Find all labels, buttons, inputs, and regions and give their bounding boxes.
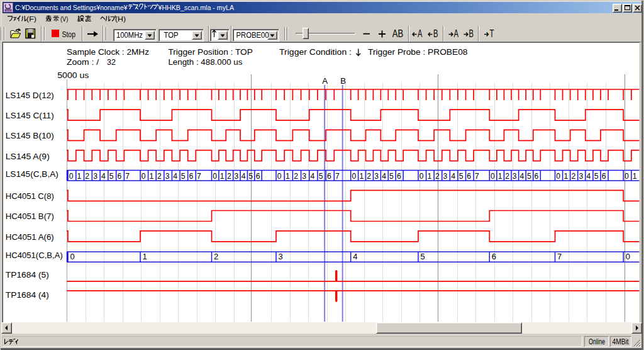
svg-text:7: 7: [125, 172, 130, 181]
svg-text:0: 0: [69, 172, 74, 181]
svg-text:Zoom : /: Zoom : /: [67, 57, 99, 67]
svg-text:AB: AB: [392, 28, 404, 39]
svg-text:(H): (H): [115, 14, 126, 23]
svg-text:2: 2: [294, 172, 298, 181]
svg-text:1: 1: [77, 172, 82, 181]
svg-text:5: 5: [594, 172, 599, 181]
svg-text:7: 7: [335, 172, 340, 181]
svg-text:3: 3: [279, 252, 283, 261]
svg-text:4: 4: [382, 172, 386, 181]
svg-text:0: 0: [625, 172, 629, 181]
svg-text:2: 2: [505, 172, 509, 181]
svg-text:0: 0: [626, 252, 630, 261]
svg-text:0: 0: [70, 252, 75, 261]
svg-text:2: 2: [214, 252, 218, 261]
svg-text:HC4051 C(8): HC4051 C(8): [6, 191, 54, 201]
svg-text:¥HHKB_scan.mla - myLA: ¥HHKB_scan.mla - myLA: [158, 3, 235, 11]
svg-text:TOP: TOP: [164, 31, 179, 40]
svg-text:4MBit: 4MBit: [613, 337, 629, 346]
svg-text:3: 3: [165, 172, 170, 181]
svg-text:4: 4: [173, 172, 177, 181]
svg-text:5: 5: [459, 172, 464, 181]
svg-text:6: 6: [535, 172, 539, 181]
svg-text:2: 2: [157, 172, 162, 181]
svg-text:6: 6: [602, 172, 606, 181]
svg-text:5: 5: [248, 172, 253, 181]
svg-text:1: 1: [143, 252, 147, 261]
svg-text:2: 2: [85, 172, 89, 181]
svg-text:0: 0: [491, 172, 495, 181]
svg-text:2: 2: [227, 172, 231, 181]
svg-text:0: 0: [419, 172, 424, 181]
svg-text:0: 0: [556, 172, 560, 181]
svg-text:0: 0: [277, 172, 282, 181]
svg-text:3: 3: [234, 172, 238, 181]
svg-text:7: 7: [197, 172, 201, 181]
svg-text:4: 4: [451, 172, 455, 181]
svg-text:1: 1: [633, 172, 637, 181]
svg-text:A: A: [322, 76, 328, 86]
svg-text:HC4051 B(7): HC4051 B(7): [6, 212, 54, 221]
svg-text:4: 4: [101, 172, 106, 181]
svg-text:Sample Clock : 2MHz: Sample Clock : 2MHz: [67, 47, 149, 57]
svg-text:0: 0: [213, 172, 217, 181]
svg-text:(V): (V): [60, 14, 69, 23]
svg-text:HC4051 A(6): HC4051 A(6): [6, 232, 54, 242]
svg-text:5: 5: [527, 172, 531, 181]
svg-text:A: A: [418, 28, 423, 39]
svg-text:Trigger Position : TOP: Trigger Position : TOP: [168, 47, 253, 57]
svg-text:4: 4: [311, 172, 315, 181]
svg-text:4: 4: [242, 172, 246, 181]
svg-text:T: T: [490, 28, 494, 39]
svg-text:1: 1: [427, 172, 431, 181]
svg-text:TP1684 (5): TP1684 (5): [6, 270, 49, 279]
svg-text:(F): (F): [26, 14, 36, 23]
svg-text:Stop: Stop: [62, 30, 76, 39]
svg-text:6: 6: [397, 172, 401, 181]
svg-text:32: 32: [107, 57, 116, 67]
svg-text:LS145 C(11): LS145 C(11): [6, 111, 54, 120]
svg-text:3: 3: [93, 172, 97, 181]
svg-text:LS145 A(9): LS145 A(9): [6, 152, 50, 161]
svg-text:C:¥Documents and Settings¥nona: C:¥Documents and Settings¥noname¥: [15, 3, 128, 11]
svg-text:5: 5: [421, 252, 425, 261]
svg-text:1: 1: [359, 172, 364, 181]
svg-text:Length : 488.000 us: Length : 488.000 us: [168, 57, 242, 67]
svg-text:6: 6: [492, 252, 496, 261]
svg-text:LS145 B(10): LS145 B(10): [6, 131, 54, 140]
svg-text:HC4051(C,B,A): HC4051(C,B,A): [6, 251, 63, 260]
svg-text:Trigger Probe : PROBE08: Trigger Probe : PROBE08: [368, 47, 468, 57]
svg-text:1: 1: [149, 172, 153, 181]
svg-text:3: 3: [443, 172, 448, 181]
svg-text:3: 3: [513, 172, 517, 181]
svg-text:3: 3: [302, 172, 306, 181]
svg-text:1: 1: [498, 172, 502, 181]
svg-text:2: 2: [435, 172, 440, 181]
svg-text:2: 2: [367, 172, 371, 181]
svg-text:6: 6: [117, 172, 121, 181]
svg-text:2: 2: [571, 172, 575, 181]
svg-text:3: 3: [374, 172, 379, 181]
svg-text:5: 5: [319, 172, 323, 181]
svg-text:TP1684 (4): TP1684 (4): [6, 290, 49, 300]
svg-text:100MHz: 100MHz: [116, 31, 143, 40]
svg-text:Trigger Condition :: Trigger Condition :: [279, 47, 352, 57]
svg-text:5: 5: [181, 172, 186, 181]
svg-text:5000 us: 5000 us: [57, 71, 89, 80]
svg-text:LS145(C,B,A): LS145(C,B,A): [6, 169, 58, 179]
svg-text:B: B: [433, 28, 438, 39]
svg-text:6: 6: [256, 172, 260, 181]
svg-text:PROBE00: PROBE00: [236, 31, 269, 40]
svg-text:4: 4: [353, 252, 357, 261]
svg-text:7: 7: [557, 252, 562, 261]
svg-text:3: 3: [579, 172, 584, 181]
svg-text:1: 1: [564, 172, 568, 181]
svg-text:4: 4: [519, 172, 524, 181]
svg-text:7: 7: [475, 172, 479, 181]
svg-text:6: 6: [467, 172, 471, 181]
svg-text:LS145 D(12): LS145 D(12): [6, 91, 54, 100]
svg-text:6: 6: [327, 172, 331, 181]
svg-text:B: B: [469, 28, 474, 39]
svg-text:0: 0: [352, 172, 357, 181]
svg-text:5: 5: [109, 172, 114, 181]
